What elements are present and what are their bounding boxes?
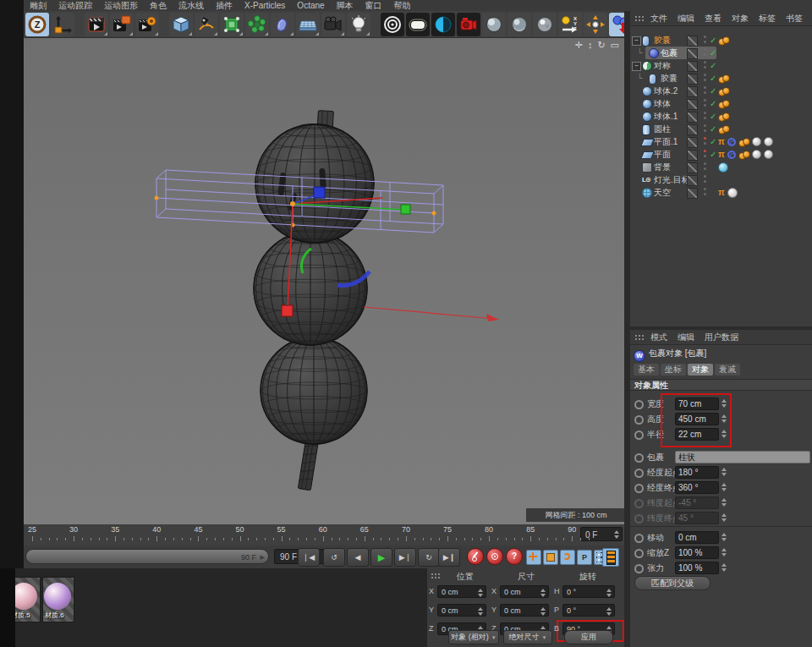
phong-tag-icon[interactable] <box>718 87 729 96</box>
object-name[interactable]: 球体.2 <box>654 85 678 97</box>
coord-value-field[interactable]: 0 cm <box>437 604 486 617</box>
keyframe-ring-icon[interactable] <box>634 514 644 524</box>
material-sphere-2-button[interactable] <box>508 13 531 36</box>
fit-to-parent-button[interactable]: 匹配到父级 <box>634 576 710 590</box>
stepper-icon[interactable] <box>721 513 727 523</box>
stepper-icon[interactable] <box>721 429 727 439</box>
perspective-viewport[interactable]: ✛ ↕ ↻ ▭ 网格间距 : 100 cm <box>24 38 624 524</box>
motion-system-button[interactable] <box>602 548 619 567</box>
end-frame-field[interactable]: 0 F <box>580 527 623 541</box>
coord-value-field[interactable]: 0 ° <box>562 604 615 617</box>
attribute-value-field[interactable]: 22 cm <box>675 428 719 441</box>
attribute-value-field[interactable]: 100 % <box>675 562 719 574</box>
attribute-value-field[interactable]: 360 ° <box>675 481 719 494</box>
keyframe-ring-icon[interactable] <box>634 499 644 508</box>
object-row[interactable]: −胶囊✓ <box>630 34 812 47</box>
am-menu-item[interactable]: 模式 <box>650 330 667 344</box>
phong-tag-icon[interactable] <box>718 100 729 108</box>
om-menu-item[interactable]: 编辑 <box>678 11 694 25</box>
visibility-dots-icon[interactable] <box>704 99 707 108</box>
rotate-view-icon[interactable]: ↻ <box>597 40 605 51</box>
primitive-cube-button[interactable] <box>169 13 193 36</box>
visibility-dots-icon[interactable] <box>704 61 707 70</box>
menu-item[interactable]: 窗口 <box>365 0 382 11</box>
om-menu-item[interactable]: 文件 <box>650 11 667 25</box>
enabled-check-icon[interactable]: ✓ <box>710 85 716 97</box>
keyframe-selection-button[interactable]: ? <box>506 548 523 565</box>
toggle-view-icon[interactable]: ▭ <box>611 40 619 51</box>
expander-icon[interactable]: − <box>632 36 641 46</box>
stepper-icon[interactable] <box>606 606 612 617</box>
om-menu-item[interactable]: 标签 <box>759 11 776 25</box>
loop-button[interactable]: ↻ <box>418 548 440 567</box>
texture-tag-icon[interactable] <box>764 150 773 159</box>
workplane-axis-icon[interactable] <box>51 13 74 36</box>
object-name[interactable]: 胶囊 <box>654 34 671 47</box>
object-row[interactable]: 圆柱✓ <box>630 123 812 135</box>
stepper-icon[interactable] <box>721 414 727 424</box>
enabled-check-icon[interactable]: ✓ <box>710 148 716 161</box>
visibility-dots-icon[interactable] <box>704 124 707 134</box>
bench-tag-icon[interactable] <box>718 189 725 197</box>
enabled-check-icon[interactable]: ✓ <box>710 34 716 47</box>
object-name[interactable]: 平面 <box>654 148 671 161</box>
visibility-dots-icon[interactable] <box>704 112 707 121</box>
coord-value-field[interactable]: 0 ° <box>562 585 615 598</box>
visibility-toggle-icon[interactable] <box>687 61 698 72</box>
tab-坐标[interactable]: 坐标 <box>661 364 686 376</box>
record-scale-toggle[interactable] <box>543 550 558 565</box>
spline-pen-button[interactable] <box>195 13 218 36</box>
enabled-check-icon[interactable]: ✓ <box>710 72 716 85</box>
light-button[interactable] <box>347 13 370 36</box>
keyframe-ring-icon[interactable] <box>634 469 644 478</box>
go-to-start-button[interactable]: ❘◀ <box>298 548 320 567</box>
enabled-check-icon[interactable]: ✓ <box>710 135 716 148</box>
keyframe-ring-icon[interactable] <box>634 400 644 409</box>
tab-对象[interactable]: 对象 <box>688 364 713 376</box>
stepper-icon[interactable] <box>721 398 727 408</box>
previous-frame-button[interactable]: ◀ <box>347 548 369 567</box>
om-menu-item[interactable]: 对象 <box>732 11 749 25</box>
panel-handle-icon[interactable] <box>634 333 644 342</box>
material-item[interactable]: 材质.6 <box>42 577 74 636</box>
visibility-toggle-icon[interactable] <box>687 112 698 123</box>
texture-tag-icon[interactable] <box>752 137 761 146</box>
area-light-button[interactable] <box>406 13 430 36</box>
camera-button[interactable] <box>321 13 345 36</box>
attribute-value-field[interactable]: 450 cm <box>675 413 719 425</box>
keyframe-ring-icon[interactable] <box>634 534 644 543</box>
coord-mode-dropdown[interactable]: 对象 (相对) <box>448 630 499 644</box>
material-white-tag-icon[interactable] <box>727 188 738 198</box>
goz-button[interactable]: Z <box>25 13 49 36</box>
menu-item[interactable]: 脚本 <box>337 0 354 11</box>
coord-value-field[interactable]: 0 cm <box>500 585 549 598</box>
phong-tag-icon[interactable] <box>718 74 729 83</box>
visibility-toggle-icon[interactable] <box>687 162 698 173</box>
visibility-dots-icon[interactable] <box>704 175 707 184</box>
keyframe-ring-icon[interactable] <box>634 415 644 425</box>
object-row[interactable]: └胶囊✓ <box>630 72 812 85</box>
target-light-button[interactable] <box>381 13 404 36</box>
xyz-axis-button[interactable]: XYZ <box>558 13 582 36</box>
bench-tag-icon[interactable] <box>718 151 725 159</box>
visibility-dots-icon[interactable] <box>704 36 707 45</box>
coord-value-field[interactable]: 0 cm <box>437 585 486 598</box>
keyframe-ring-icon[interactable] <box>634 453 644 463</box>
enabled-check-icon[interactable]: ✓ <box>710 97 716 110</box>
visibility-toggle-icon[interactable] <box>687 124 698 135</box>
stepper-icon[interactable] <box>477 588 484 598</box>
object-name[interactable]: 球体.1 <box>654 110 678 123</box>
visibility-dots-icon[interactable] <box>704 137 707 146</box>
tab-衰减[interactable]: 衰减 <box>715 364 740 376</box>
object-name[interactable]: 平面.1 <box>654 135 678 148</box>
compositing-tag-icon[interactable] <box>727 138 736 146</box>
material-cyan-tag-icon[interactable] <box>718 162 728 173</box>
menu-item[interactable]: Octane <box>297 0 324 11</box>
keyframe-ring-icon[interactable] <box>634 549 644 558</box>
om-menu-item[interactable]: 查看 <box>705 11 721 25</box>
stepper-icon[interactable] <box>721 562 727 573</box>
attribute-value-field[interactable]: 0 cm <box>675 531 719 544</box>
zoom-view-icon[interactable]: ↕ <box>588 40 593 51</box>
enabled-check-icon[interactable]: ✓ <box>710 47 716 59</box>
enabled-check-icon[interactable]: ✓ <box>710 123 716 135</box>
